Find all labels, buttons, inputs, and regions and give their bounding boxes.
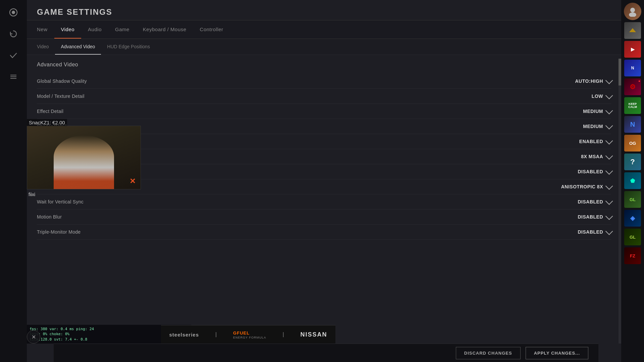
tab-controller[interactable]: Controller [193, 20, 230, 39]
tab-audio[interactable]: Audio [81, 20, 108, 39]
headset-icon[interactable] [6, 5, 21, 20]
sponsor-steelseries: steelseries [169, 332, 199, 338]
webcam-inner: ✕ [27, 126, 141, 189]
discard-changes-button[interactable]: DISCARD CHANGES [456, 347, 521, 359]
setting-value-vsync[interactable]: DISABLED [578, 199, 611, 204]
chart-icon[interactable] [6, 69, 21, 84]
tab-video[interactable]: Video [54, 20, 82, 39]
chevron-shadow [605, 77, 613, 84]
avatar-liquid[interactable]: ◈ [624, 210, 641, 227]
webcam-person [54, 135, 114, 189]
setting-value-msaa[interactable]: 8X MSAA [581, 154, 611, 159]
setting-label-vsync: Wait for Vertical Sync [37, 199, 84, 204]
sponsor-gfuel-container: GFUEL ENERGY FORMULA [233, 330, 266, 339]
avatar-eagle[interactable] [624, 22, 641, 39]
setting-value-triple-monitor[interactable]: DISABLED [578, 229, 611, 235]
setting-value-fxaa[interactable]: DISABLED [578, 169, 611, 174]
setting-row-triple-monitor: Triple-Monitor Mode DISABLED [37, 225, 611, 240]
page-title: GAME SETTINGS [37, 7, 112, 16]
left-sidebar [0, 0, 27, 362]
subtab-hud-edge[interactable]: HUD Edge Positions [101, 39, 156, 55]
scroll-thumb[interactable] [619, 59, 621, 85]
donation-text: SnacKZ1: €2.00 [27, 119, 67, 126]
setting-value-texture[interactable]: LOW [592, 94, 611, 99]
webcam-logo: ✕ [129, 177, 136, 186]
setting-value-multicore[interactable]: ENABLED [579, 139, 611, 144]
chevron-texture [605, 92, 613, 100]
setting-value-shader[interactable]: MEDIUM [583, 124, 611, 129]
avatar-question[interactable]: ? [624, 154, 641, 170]
chevron-shader [605, 122, 613, 130]
avatar-gl2[interactable]: GL [624, 229, 641, 245]
chevron-fxaa [605, 167, 613, 175]
setting-label-motion-blur: Motion Blur [37, 214, 62, 220]
chevron-triple-monitor [605, 228, 613, 235]
chevron-msaa [605, 152, 613, 160]
svg-point-1 [12, 11, 15, 14]
top-nav: New Video Audio Game Keyboard / Mouse Co… [27, 20, 621, 39]
setting-row-texture: Model / Texture Detail LOW [37, 89, 611, 104]
apply-changes-button[interactable]: APPLY CHANGES... [526, 347, 588, 359]
subtab-advanced-video[interactable]: Advanced Video [55, 39, 101, 55]
right-sidebar: ▶ N ● ⚙ KEEPCALM N OG ? ⬟ GL ◈ GL FZ [621, 0, 644, 362]
webcam-overlay: ✕ [27, 126, 141, 189]
setting-label-triple-monitor: Triple-Monitor Mode [37, 229, 80, 235]
chevron-motion-blur [605, 213, 613, 220]
chevron-texture-filter [605, 182, 613, 190]
avatar-n-logo[interactable]: N [624, 116, 641, 133]
tab-keyboard-mouse[interactable]: Keyboard / Mouse [136, 20, 193, 39]
check-icon[interactable] [6, 48, 21, 63]
scroll-track[interactable] [619, 59, 621, 344]
chevron-multicore [605, 137, 613, 145]
setting-row-effect: Effect Detail MEDIUM [37, 104, 611, 119]
sponsor-nissan: NISSAN [300, 331, 327, 338]
avatar-darkred[interactable]: ● ⚙ [624, 78, 641, 95]
chevron-effect [605, 107, 613, 115]
setting-label-effect: Effect Detail [37, 109, 63, 114]
tab-game[interactable]: Game [108, 20, 136, 39]
subtab-video[interactable]: Video [37, 39, 55, 55]
setting-value-motion-blur[interactable]: DISABLED [578, 214, 611, 220]
sponsor-gfuel: GFUEL [233, 330, 250, 336]
setting-value-shadow[interactable]: AUTO:HIGH [575, 78, 611, 84]
streamer-username: fiixi [29, 192, 35, 362]
title-bar: GAME SETTINGS [27, 0, 621, 20]
avatar-og[interactable]: OG [624, 135, 641, 152]
avatar-gl[interactable]: GL [624, 191, 641, 208]
avatar-red-clan[interactable]: ▶ [624, 41, 641, 58]
avatar-faze[interactable]: FZ [624, 247, 641, 264]
svg-point-5 [630, 8, 635, 12]
avatar-keep-calm[interactable]: KEEPCALM [624, 97, 641, 114]
sub-nav: Video Advanced Video HUD Edge Positions [27, 39, 621, 55]
section-title: Advanced Video [37, 62, 611, 68]
chevron-vsync [605, 197, 613, 205]
avatar-teal-logo[interactable]: ⬟ [624, 172, 641, 189]
settings-area: Advanced Video Global Shadow Quality AUT… [27, 55, 621, 358]
setting-row-shadow: Global Shadow Quality AUTO:HIGH [37, 74, 611, 89]
tab-new[interactable]: New [37, 20, 54, 39]
sponsor-bar: steelseries | GFUEL ENERGY FORMULA | NIS… [161, 325, 335, 344]
setting-row-vsync: Wait for Vertical Sync DISABLED [37, 194, 611, 209]
refresh-icon[interactable] [6, 26, 21, 41]
setting-row-motion-blur: Motion Blur DISABLED [37, 209, 611, 225]
bottom-bar: DISCARD CHANGES APPLY CHANGES... [54, 344, 598, 362]
setting-label-texture: Model / Texture Detail [37, 94, 85, 99]
setting-label-shadow: Global Shadow Quality [37, 78, 87, 84]
setting-value-effect[interactable]: MEDIUM [583, 109, 611, 114]
svg-point-6 [629, 12, 636, 17]
avatar-blue-team[interactable]: N [624, 60, 641, 76]
avatar-top[interactable] [624, 3, 641, 20]
setting-value-texture-filter[interactable]: ANISOTROPIC 8X [561, 184, 611, 189]
